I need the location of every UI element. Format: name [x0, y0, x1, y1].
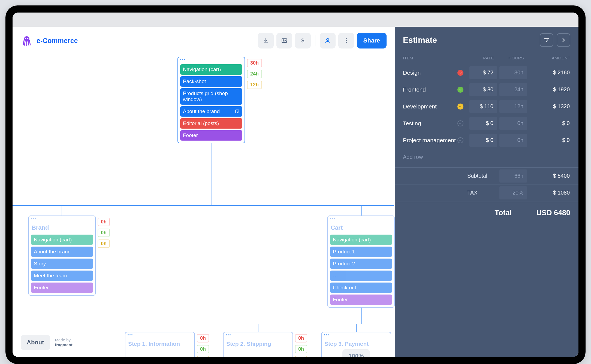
node-title: Brand — [31, 223, 93, 232]
hours-badge-red[interactable]: 30h — [247, 59, 262, 67]
estimate-row[interactable]: Project management$ 00h$ 0 — [395, 132, 578, 148]
node-title: Cart — [330, 223, 392, 232]
hours-badge-red[interactable]: 0h — [98, 218, 110, 226]
node-tag[interactable]: … — [330, 271, 392, 281]
svg-rect-9 — [236, 110, 239, 113]
node-title: Step 1. Information — [128, 339, 192, 348]
app-logo — [21, 35, 33, 47]
hours-cell[interactable]: 30h — [499, 66, 527, 79]
node-tag[interactable]: About the brand — [31, 247, 93, 257]
hours-badge-red[interactable]: 0h — [197, 334, 209, 342]
svg-point-12 — [546, 41, 547, 42]
status-dot[interactable] — [457, 70, 463, 76]
image-button[interactable] — [276, 33, 292, 48]
hours-cell[interactable]: 12h — [499, 100, 527, 113]
project-title[interactable]: e-Commerce — [37, 37, 78, 45]
node-cart[interactable]: Cart Navigation (cart)Product 1Product 2… — [327, 216, 395, 308]
node-tag[interactable]: Footer — [330, 295, 392, 305]
sitemap-canvas[interactable]: Navigation (cart)Pack-shotProducts grid … — [13, 54, 395, 357]
node-tag[interactable]: Navigation (cart) — [180, 64, 242, 75]
status-dot[interactable] — [457, 87, 463, 93]
estimate-title: Estimate — [403, 35, 437, 45]
add-row-button[interactable]: Add row — [395, 148, 578, 166]
estimate-row[interactable]: Design$ 7230h$ 2160 — [395, 64, 578, 81]
svg-point-4 — [283, 40, 284, 41]
status-dot[interactable] — [457, 137, 463, 143]
node-dots — [322, 332, 391, 337]
status-dot[interactable] — [457, 104, 463, 110]
rate-cell[interactable]: $ 110 — [469, 100, 497, 113]
status-dot[interactable] — [457, 120, 463, 126]
svg-point-7 — [346, 40, 347, 41]
node-tag[interactable]: Products grid (shop window) — [180, 88, 242, 105]
rate-cell[interactable]: $ 0 — [469, 117, 497, 130]
hours-badge-red[interactable]: 0h — [295, 334, 307, 342]
node-brand[interactable]: Brand Navigation (cart)About the brandSt… — [28, 216, 96, 296]
node-step-1[interactable]: Step 1. Information — [125, 332, 195, 357]
node-tag[interactable]: Editorial (posts) — [180, 118, 242, 129]
node-tag[interactable]: Footer — [31, 283, 93, 293]
hours-badge-green[interactable]: 0h — [98, 229, 110, 237]
connector — [258, 324, 258, 332]
node-tag[interactable]: Meet the team — [31, 271, 93, 281]
more-button[interactable] — [338, 33, 354, 48]
progress-badge: 100% — [342, 349, 370, 357]
svg-point-2 — [27, 38, 29, 39]
node-tag[interactable]: Product 1 — [330, 247, 392, 257]
user-button[interactable] — [320, 33, 336, 48]
connector — [62, 205, 62, 216]
node-tag[interactable]: Navigation (cart) — [330, 235, 392, 245]
node-tag[interactable]: Product 2 — [330, 259, 392, 269]
subtotal-label: Subtotal — [467, 173, 497, 179]
node-step-3[interactable]: Step 3. Payment 100% — [321, 332, 391, 357]
download-button[interactable] — [258, 33, 274, 48]
note-icon — [235, 109, 240, 114]
estimate-table-header: ITEM RATE HOURS AMOUNT — [395, 53, 578, 64]
hours-cell[interactable]: 0h — [499, 134, 527, 147]
amount-cell: $ 1920 — [527, 86, 574, 93]
node-tag[interactable]: About the brand — [180, 106, 242, 117]
svg-point-6 — [346, 38, 347, 39]
estimate-row[interactable]: Testing$ 00h$ 0 — [395, 115, 578, 132]
node-step-2[interactable]: Step 2. Shipping — [223, 332, 293, 357]
estimate-panel: Estimate ITEM RATE HOURS AMOUNT Design$ … — [395, 27, 578, 357]
hours-cell[interactable]: 0h — [499, 117, 527, 130]
node-tag[interactable]: Check out — [330, 283, 392, 293]
tax-label: TAX — [467, 190, 497, 196]
total-amount: USD 6480 — [536, 209, 570, 217]
node-dots — [328, 216, 394, 221]
estimate-row[interactable]: Frontend$ 8024h$ 1920 — [395, 81, 578, 98]
estimate-item-name: Testing — [403, 120, 421, 127]
hours-badge-yellow[interactable]: 0h — [98, 239, 110, 248]
amount-cell: $ 0 — [527, 120, 574, 126]
node-dots — [125, 332, 194, 337]
node-home[interactable]: Navigation (cart)Pack-shotProducts grid … — [177, 57, 245, 143]
hours-badge-yellow[interactable]: 12h — [247, 81, 262, 89]
rate-cell[interactable]: $ 72 — [469, 66, 497, 79]
node-tag[interactable]: Story — [31, 259, 93, 269]
hours-badge-yellow[interactable]: 0h — [197, 356, 209, 357]
rate-cell[interactable]: $ 80 — [469, 83, 497, 96]
connector — [361, 205, 362, 216]
share-button[interactable]: Share — [357, 33, 387, 48]
hours-badge-green[interactable]: 0h — [295, 345, 307, 353]
node-tag[interactable]: Navigation (cart) — [31, 235, 93, 245]
estimate-row[interactable]: Development$ 11012h$ 1320 — [395, 98, 578, 115]
rate-cell[interactable]: $ 0 — [469, 134, 497, 147]
hours-cell[interactable]: 24h — [499, 83, 527, 96]
estimate-item-name: Frontend — [403, 86, 426, 93]
node-tag[interactable]: Pack-shot — [180, 76, 242, 87]
hours-badge-green[interactable]: 0h — [197, 345, 209, 353]
pricing-button[interactable] — [295, 33, 311, 48]
svg-point-11 — [547, 40, 547, 41]
node-tag[interactable]: Footer — [180, 130, 242, 141]
filter-button[interactable] — [540, 33, 553, 47]
hours-badge-green[interactable]: 24h — [247, 70, 262, 78]
subtotal-hours: 66h — [499, 169, 527, 183]
hours-badge-yellow[interactable]: 0h — [295, 356, 307, 357]
collapse-button[interactable] — [557, 33, 570, 47]
connector — [212, 142, 212, 205]
tax-rate: 20% — [499, 186, 527, 199]
total-label: Total — [494, 209, 512, 217]
about-button[interactable]: About — [21, 335, 50, 350]
